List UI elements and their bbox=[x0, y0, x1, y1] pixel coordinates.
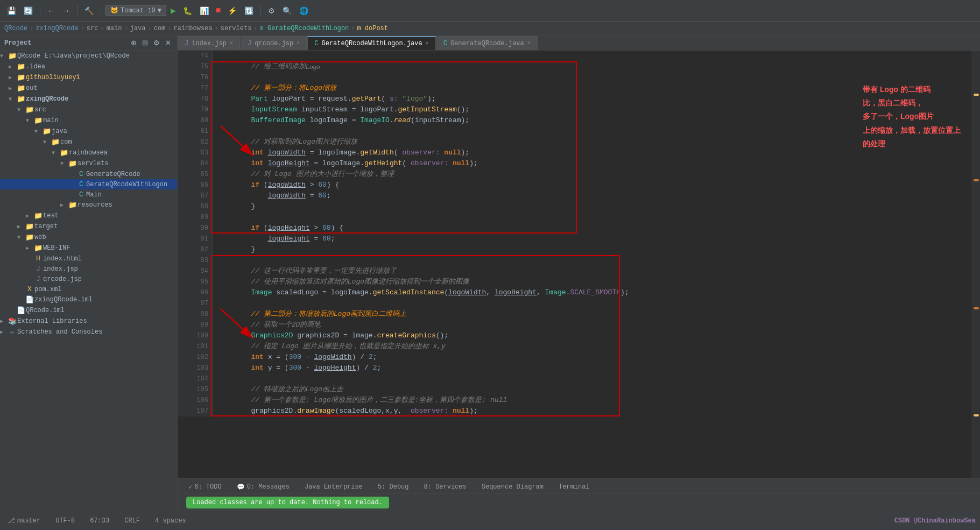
bottom-tab-terminal[interactable]: Terminal bbox=[552, 480, 596, 493]
tomcat-icon: 🐱 bbox=[110, 6, 118, 15]
sidebar-settings-button[interactable]: ⚙ bbox=[152, 38, 161, 47]
tab-icon: J bbox=[185, 40, 188, 47]
sidebar-close-button[interactable]: ✕ bbox=[164, 38, 173, 47]
tab-close[interactable]: × bbox=[426, 41, 429, 47]
bottom-tab-debug[interactable]: 5: Debug bbox=[371, 480, 415, 493]
tree-item-qrcodejsp[interactable]: J qrcode.jsp bbox=[0, 274, 177, 284]
tree-item-geratewithlogon[interactable]: C GerateQRcodeWithLogon bbox=[0, 179, 177, 189]
tree-label: .idea bbox=[26, 63, 45, 70]
tree-item-java-folder[interactable]: ▼ 📁 java bbox=[0, 126, 177, 137]
stop-button[interactable]: ■ bbox=[214, 5, 223, 17]
tree-item-pomxml[interactable]: X pom.xml bbox=[0, 284, 177, 294]
tab-close[interactable]: × bbox=[527, 40, 531, 46]
tree-item-extlibs[interactable]: ▶ 📚 External Libraries bbox=[0, 316, 177, 327]
content-area: Project ⊕ ⊟ ⚙ ✕ ▼ 📁 QRcode E:\Java\proje… bbox=[0, 36, 980, 511]
tree-item-resources[interactable]: ▶ 📁 resources bbox=[0, 200, 177, 210]
tree-item-webinf[interactable]: ▶ 📁 WEB-INF bbox=[0, 243, 177, 253]
coverage-button[interactable]: 📊 bbox=[197, 5, 211, 17]
breadcrumb-item-src[interactable]: src bbox=[87, 25, 98, 32]
translate-button[interactable]: 🌐 bbox=[297, 5, 311, 17]
tree-item-servlets[interactable]: ▼ 📁 servlets bbox=[0, 158, 177, 169]
line-num-86: 86 bbox=[191, 180, 208, 190]
folder-icon: 📁 bbox=[16, 62, 26, 71]
bottom-tab-java-enterprise[interactable]: Java Enterprise bbox=[298, 480, 369, 493]
tree-item-zxing[interactable]: ▼ 📁 zxingQRcode bbox=[0, 94, 177, 104]
tab-index-jsp[interactable]: J index.jsp × bbox=[178, 36, 240, 50]
tree-item-root[interactable]: ▼ 📁 QRcode E:\Java\project\QRcode bbox=[0, 51, 177, 61]
bottom-tabs: ✓ 6: TODO 💬 0: Messages Java Enterprise … bbox=[178, 479, 980, 494]
tree-label: pom.xml bbox=[34, 286, 61, 293]
tree-item-rainbowsea[interactable]: ▼ 📁 rainbowsea bbox=[0, 147, 177, 158]
run-configuration[interactable]: 🐱 Tomcat 10 ▼ bbox=[105, 5, 166, 16]
tab-gerate-logon[interactable]: C GerateQRcodeWithLogon.java × bbox=[307, 36, 435, 50]
settings-button[interactable]: ⚙ bbox=[265, 5, 278, 17]
code-area: 74 75 76 77 78 79 80 81 82 83 84 85 bbox=[178, 51, 971, 416]
status-git[interactable]: ⎇ master bbox=[4, 515, 44, 526]
hotswap-button[interactable]: ⚡ bbox=[225, 5, 239, 17]
tree-item-github[interactable]: ▶ 📁 githubliuyueyi bbox=[0, 72, 177, 83]
editor[interactable]: 74 75 76 77 78 79 80 81 82 83 84 85 bbox=[178, 51, 971, 478]
breadcrumb-item-java[interactable]: java bbox=[130, 25, 146, 32]
bottom-tab-services[interactable]: 8: Services bbox=[418, 480, 473, 493]
tree-item-scratches[interactable]: ▶ ✏ Scratches and Consoles bbox=[0, 327, 177, 337]
status-indent[interactable]: 4 spaces bbox=[152, 516, 189, 526]
breadcrumb-item-zxing[interactable]: zxingQRcode bbox=[36, 25, 78, 32]
tree-item-web[interactable]: ▼ 📁 web bbox=[0, 232, 177, 243]
code-line-97 bbox=[217, 298, 971, 309]
bottom-tab-sequence[interactable]: Sequence Diagram bbox=[475, 480, 550, 493]
line-num-90: 90 bbox=[191, 223, 208, 234]
breadcrumb-item-method[interactable]: m doPost bbox=[357, 25, 388, 32]
bottom-content: Loaded classes are up to date. Nothing t… bbox=[178, 494, 980, 511]
breadcrumb-item-rainbowsea[interactable]: rainbowsea bbox=[174, 25, 213, 32]
line-num-99: 99 bbox=[191, 320, 208, 330]
status-crlf[interactable]: CRLF bbox=[121, 516, 143, 526]
tree-label: Scratches and Consoles bbox=[17, 328, 102, 336]
tree-item-com[interactable]: ▼ 📁 com bbox=[0, 137, 177, 147]
tab-generate-qrcode[interactable]: C GenerateQRcode.java × bbox=[436, 36, 538, 50]
tree-item-idea[interactable]: ▶ 📁 .idea bbox=[0, 61, 177, 72]
forward-button[interactable]: → bbox=[60, 5, 73, 17]
code-line-94: // 这一行代码非常重要，一定要先进行缩放了 bbox=[217, 266, 971, 277]
tree-item-qrcodeiml[interactable]: 📄 QRcode.iml bbox=[0, 305, 177, 316]
breadcrumb-item-com[interactable]: com bbox=[154, 25, 166, 32]
tree-item-indexjsp[interactable]: J index.jsp bbox=[0, 264, 177, 274]
build-button[interactable]: 🔨 bbox=[82, 5, 96, 17]
tree-item-target[interactable]: ▶ 📁 target bbox=[0, 221, 177, 232]
status-linecol[interactable]: 67:33 bbox=[87, 516, 112, 526]
breadcrumb-item-main[interactable]: main bbox=[107, 25, 122, 32]
bottom-tab-messages[interactable]: 💬 0: Messages bbox=[230, 480, 296, 493]
tree-item-src[interactable]: ▼ 📁 src bbox=[0, 104, 177, 115]
tree-item-iml[interactable]: 📄 zxingQRcode.iml bbox=[0, 294, 177, 305]
tree-item-main[interactable]: ▼ 📁 main bbox=[0, 115, 177, 126]
tree-item-main-class[interactable]: C Main bbox=[0, 189, 177, 200]
tab-close[interactable]: × bbox=[297, 40, 300, 46]
update-button[interactable]: 🔃 bbox=[242, 5, 256, 17]
breadcrumb-item-qrcode[interactable]: QRcode bbox=[4, 25, 27, 32]
breadcrumb-item-class[interactable]: ⊙ GerateQRcodeWithLogon bbox=[260, 24, 349, 32]
tab-close[interactable]: × bbox=[230, 40, 233, 46]
code-line-76 bbox=[217, 72, 971, 83]
code-line-87: logoWidth = 60; bbox=[217, 190, 971, 201]
tree-item-generateqr[interactable]: C GenerateQRcode bbox=[0, 169, 177, 179]
tree-arrow: ▶ bbox=[9, 74, 16, 81]
sidebar-add-button[interactable]: ⊕ bbox=[129, 38, 138, 47]
run-button[interactable]: ▶ bbox=[168, 4, 178, 17]
search-button[interactable]: 🔍 bbox=[280, 5, 294, 17]
tree-item-indexhtml[interactable]: H index.html bbox=[0, 253, 177, 264]
tree-item-out[interactable]: ▶ 📁 out bbox=[0, 83, 177, 94]
tree-item-test[interactable]: ▶ 📁 test bbox=[0, 210, 177, 221]
line-num-104: 104 bbox=[191, 373, 208, 384]
sidebar-collapse-button[interactable]: ⊟ bbox=[140, 38, 150, 47]
code-line-86: if (logoWidth > 60) { bbox=[217, 180, 971, 190]
breadcrumb-item-servlets[interactable]: servlets bbox=[221, 25, 252, 32]
back-button[interactable]: ← bbox=[45, 5, 58, 17]
tree-label: resources bbox=[77, 201, 112, 209]
save-button[interactable]: 💾 bbox=[4, 5, 19, 17]
tab-qrcode-jsp[interactable]: J qrcode.jsp × bbox=[241, 36, 307, 50]
status-encoding[interactable]: UTF-8 bbox=[52, 516, 78, 526]
folder-icon: 📁 bbox=[16, 73, 26, 82]
debug-button[interactable]: 🐛 bbox=[180, 5, 195, 17]
bottom-tab-todo[interactable]: ✓ 6: TODO bbox=[182, 480, 228, 493]
line-num-83: 83 bbox=[191, 147, 208, 158]
sync-button[interactable]: 🔄 bbox=[21, 5, 36, 17]
